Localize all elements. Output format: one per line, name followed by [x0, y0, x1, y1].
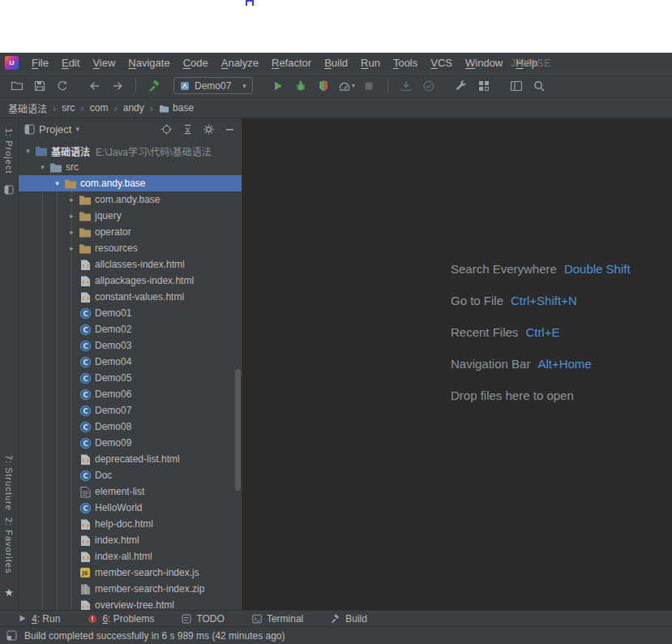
hide-panel-icon[interactable]: [224, 123, 236, 135]
menu-tools[interactable]: Tools: [387, 54, 424, 71]
layout-icon[interactable]: [507, 76, 527, 96]
toolwindow-todo[interactable]: TODO: [182, 613, 224, 625]
tree-row[interactable]: CDemo09: [19, 435, 242, 451]
menu-file[interactable]: File: [25, 54, 55, 71]
svg-text:C: C: [83, 423, 88, 431]
tree-row[interactable]: CDemo05: [19, 370, 242, 386]
toolwindow-tab-favorites[interactable]: 2: Favorites: [4, 514, 14, 577]
toolwindow-terminal[interactable]: Terminal: [252, 613, 303, 625]
run-config-select[interactable]: Demo07 ▾: [173, 77, 253, 94]
tree-row[interactable]: ▸com.andy.base: [19, 191, 242, 208]
menu-edit[interactable]: Edit: [55, 54, 86, 71]
menu-run[interactable]: Run: [354, 54, 387, 71]
collapse-all-icon[interactable]: [182, 123, 194, 135]
tree-row[interactable]: ▸resources: [19, 240, 242, 256]
menu-vcs[interactable]: VCS: [424, 54, 459, 71]
tree-item-annotation: E:\Java学习\代码\基础语法: [96, 144, 212, 158]
editor-area[interactable]: Search EverywhereDouble ShiftGo to FileC…: [242, 118, 672, 610]
chevron-down-icon[interactable]: ▾: [22, 147, 34, 155]
sync-icon[interactable]: [52, 76, 72, 96]
tree-row[interactable]: CDemo06: [19, 386, 242, 402]
tree-row[interactable]: help-doc.html: [19, 516, 242, 532]
tree-row[interactable]: allclasses-index.html: [19, 256, 242, 273]
tool-stripe-icon[interactable]: [4, 185, 14, 196]
tree-item-label: Demo08: [95, 421, 131, 432]
tree-row[interactable]: CHelloWorld: [19, 500, 242, 516]
tree-row[interactable]: ▾基础语法E:\Java学习\代码\基础语法: [19, 143, 242, 159]
breadcrumb-item[interactable]: 基础语法: [8, 101, 47, 115]
search-icon[interactable]: [529, 76, 550, 96]
toolwindow-toggle-icon[interactable]: [6, 630, 17, 641]
coverage-icon[interactable]: [314, 76, 334, 96]
chevron-right-icon[interactable]: ▸: [66, 212, 78, 220]
stop-icon[interactable]: [359, 76, 379, 96]
chevron-down-icon[interactable]: ▾: [36, 163, 49, 171]
breadcrumb-item[interactable]: com: [90, 102, 109, 114]
vcs-commit-icon[interactable]: [419, 76, 439, 96]
tree-row[interactable]: overview-tree.html: [19, 597, 242, 610]
forward-icon[interactable]: [107, 76, 127, 96]
toolwindow-problems[interactable]: 6: Problems: [88, 613, 154, 625]
svg-text:JS: JS: [81, 570, 88, 577]
tree-row[interactable]: CDemo08: [19, 419, 242, 435]
tree-row[interactable]: element-list: [19, 483, 242, 500]
menu-window[interactable]: Window: [459, 54, 509, 71]
tree-row[interactable]: CDemo03: [19, 337, 242, 354]
run-icon: [18, 614, 27, 623]
tree-row[interactable]: ▾src: [19, 159, 242, 175]
breadcrumb-item[interactable]: andy: [123, 102, 144, 114]
chevron-right-icon[interactable]: ▸: [66, 195, 78, 204]
breadcrumb-item[interactable]: src: [62, 102, 75, 114]
settings-wrench-icon[interactable]: [452, 76, 472, 96]
menu-view[interactable]: View: [86, 54, 122, 71]
tree-row[interactable]: deprecated-list.html: [19, 451, 242, 467]
locate-icon[interactable]: [161, 123, 173, 135]
project-panel-title[interactable]: Project: [39, 123, 71, 135]
tree-row[interactable]: index-all.html: [19, 548, 242, 565]
menu-refactor[interactable]: Refactor: [265, 54, 318, 71]
toolwindow-tab-project[interactable]: 1: Project: [4, 125, 14, 177]
favorites-star-icon[interactable]: ★: [4, 586, 14, 599]
vcs-update-icon[interactable]: [396, 76, 417, 96]
chevron-down-icon[interactable]: ▾: [51, 179, 63, 187]
tree-row[interactable]: CDemo07: [19, 402, 242, 419]
menu-code[interactable]: Code: [177, 54, 215, 71]
menu-analyze[interactable]: Analyze: [215, 54, 265, 71]
tree-row[interactable]: member-search-index.zip: [19, 581, 242, 597]
toolwindow-tab-structure[interactable]: 7: Structure: [4, 452, 14, 514]
svg-text:C: C: [83, 504, 88, 512]
debug-icon[interactable]: [291, 76, 311, 96]
tree-item-label: Demo02: [95, 324, 131, 335]
chevron-right-icon[interactable]: ▸: [66, 244, 78, 252]
menu-navigate[interactable]: Navigate: [122, 54, 176, 71]
gear-icon[interactable]: [203, 123, 215, 135]
run-icon[interactable]: [268, 76, 289, 96]
build-hammer-icon[interactable]: [144, 76, 165, 96]
back-icon[interactable]: [84, 76, 105, 96]
open-icon[interactable]: [6, 76, 27, 96]
profiler-icon[interactable]: ▾: [336, 76, 357, 96]
toolwindow-build[interactable]: Build: [331, 613, 367, 625]
status-bar: Build completed successfully in 6 s 989 …: [0, 626, 672, 644]
tree-row[interactable]: ▸jquery: [19, 208, 242, 224]
tree-row[interactable]: ▾com.andy.base: [19, 175, 242, 191]
chevron-down-icon[interactable]: ▾: [75, 125, 79, 133]
tree-row[interactable]: CDemo02: [19, 321, 242, 337]
toolwindow-run[interactable]: 4: Run: [18, 613, 60, 625]
save-all-icon[interactable]: [29, 76, 49, 96]
project-structure-icon[interactable]: [474, 76, 494, 96]
tree-row[interactable]: CDemo04: [19, 354, 242, 370]
tree-row[interactable]: CDemo01: [19, 305, 242, 321]
menu-build[interactable]: Build: [318, 54, 354, 71]
scrollbar-thumb[interactable]: [235, 369, 241, 491]
tree-row[interactable]: CDoc: [19, 467, 242, 483]
tree-row[interactable]: JSmember-search-index.js: [19, 565, 242, 581]
tree-row[interactable]: index.html: [19, 532, 242, 548]
tree-row[interactable]: ▸operator: [19, 224, 242, 240]
chevron-right-icon[interactable]: ▸: [66, 228, 78, 236]
tree-item-label: Demo04: [95, 356, 131, 367]
tree-row[interactable]: allpackages-index.html: [19, 273, 242, 289]
breadcrumb-item[interactable]: base: [159, 102, 194, 114]
tree-item-label: Demo06: [95, 389, 131, 400]
tree-row[interactable]: constant-values.html: [19, 289, 242, 305]
